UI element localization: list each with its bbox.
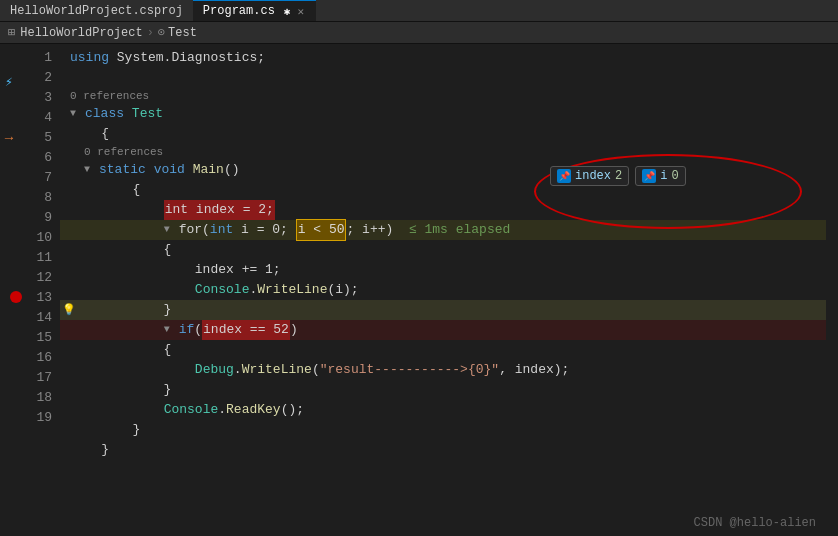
plain-5a — [146, 160, 154, 180]
code-line-4: { — [60, 124, 826, 144]
plain-5b — [185, 160, 193, 180]
breadcrumb-file[interactable]: Test — [168, 26, 197, 40]
method-readkey: ReadKey — [226, 400, 281, 420]
plain-1: System.Diagnostics; — [109, 48, 265, 68]
method-writeline-15: WriteLine — [242, 360, 312, 380]
highlight-if-cond: index == 52 — [202, 320, 290, 340]
plain-10: index += 1; — [70, 260, 281, 280]
args-15: , index); — [499, 360, 569, 380]
plain-5c: () — [224, 160, 240, 180]
method-writeline-11: WriteLine — [257, 280, 327, 300]
line-num-9: 9 — [18, 208, 52, 228]
line-num-13: 13 — [18, 288, 52, 308]
paren-15: ( — [312, 360, 320, 380]
tab-program-cs-label: Program.cs — [203, 4, 275, 18]
dot-17: . — [218, 400, 226, 420]
highlight-index-decl: int index = 2; — [164, 200, 275, 220]
tab-program-cs[interactable]: Program.cs ✱ ✕ — [193, 0, 316, 21]
line-num-3: 3 — [18, 88, 52, 108]
debug-val-i: 0 — [671, 169, 678, 183]
paren-close-13: ) — [290, 320, 298, 340]
debug-box-i[interactable]: 📌 i 0 — [635, 166, 685, 186]
collapse-3[interactable]: ▼ — [70, 104, 84, 124]
ref-count-3: 0 references — [60, 88, 826, 104]
kw-class: class — [85, 104, 124, 124]
tab-program-cs-close[interactable]: ✕ — [295, 4, 306, 19]
scrollbar-track[interactable] — [826, 44, 838, 536]
breadcrumb-icon: ⊞ — [8, 25, 15, 40]
code-line-10: index += 1; — [60, 260, 826, 280]
plain-19: } — [70, 440, 109, 460]
code-line-15: Debug . WriteLine ( "result----------->{… — [60, 360, 826, 380]
collapse-8[interactable]: ▼ — [164, 220, 178, 240]
line-numbers: 1 2 3 4 5 6 7 8 9 10 11 12 13 14 15 16 1… — [18, 44, 60, 536]
paren-13: ( — [194, 320, 202, 340]
line-num-12: 12 — [18, 268, 52, 288]
gutter-icon-2[interactable]: → — [5, 130, 13, 146]
kw-int-for: int — [210, 220, 233, 240]
code-area: using System.Diagnostics; 0 references ▼… — [60, 44, 826, 536]
call-17: (); — [281, 400, 304, 420]
line-num-10: 10 — [18, 228, 52, 248]
line-num-11: 11 — [18, 248, 52, 268]
kw-using: using — [70, 48, 109, 68]
tab-program-cs-modified: ✱ — [284, 5, 291, 18]
gutter-icon-1[interactable]: ⚡ — [5, 74, 13, 90]
plain-4: { — [70, 124, 109, 144]
ref-count-5: 0 references — [60, 144, 826, 160]
code-line-14: { — [60, 340, 826, 360]
plain-18: } — [70, 420, 140, 440]
breadcrumb-bar: ⊞ HelloWorldProject › ⊙ Test — [0, 22, 838, 44]
plain-16: } — [70, 380, 171, 400]
code-line-8: ▼ for( int i = 0; i < 50 ; i++) ≤ 1ms el… — [60, 220, 826, 240]
debug-box-index[interactable]: 📌 index 2 — [550, 166, 629, 186]
line-num-14: 14 — [18, 308, 52, 328]
str-15: "result----------->{0}" — [320, 360, 499, 380]
line-num-18: 18 — [18, 388, 52, 408]
indent-15 — [70, 360, 195, 380]
collapse-13[interactable]: ▼ — [164, 320, 178, 340]
line-num-15: 15 — [18, 328, 52, 348]
type-debug: Debug — [195, 360, 234, 380]
lightbulb-icon[interactable]: 💡 — [62, 300, 76, 320]
line-num-17: 17 — [18, 368, 52, 388]
refcount-3: 0 references — [70, 88, 149, 104]
indent-17 — [70, 400, 164, 420]
kw-if: if — [179, 320, 195, 340]
plain-12: } — [70, 300, 171, 320]
watermark: CSDN @hello-alien — [694, 516, 816, 530]
code-line-5-wrapper: 0 references ▼ static void Main () — [60, 144, 826, 180]
code-line-3: ▼ class Test — [60, 104, 826, 124]
code-line-7: int index = 2; — [60, 200, 826, 220]
highlight-condition: i < 50 — [296, 219, 347, 241]
code-line-16: } — [60, 380, 826, 400]
call-11: (i); — [327, 280, 358, 300]
code-line-5: ▼ static void Main () — [60, 160, 826, 180]
tab-csproj[interactable]: HelloWorldProject.csproj — [0, 0, 193, 21]
type-Console-11: Console — [195, 280, 250, 300]
debug-icon-index: 📌 — [557, 169, 571, 183]
indent-11 — [70, 280, 195, 300]
for-3: ; i++) — [346, 220, 408, 240]
breadcrumb-icon2: ⊙ — [158, 25, 165, 40]
code-line-1: using System.Diagnostics; — [60, 48, 826, 68]
line-num-6: 6 — [18, 148, 52, 168]
code-line-17: Console . ReadKey (); — [60, 400, 826, 420]
line-num-2: 2 — [18, 68, 52, 88]
collapse-5[interactable]: ▼ — [84, 160, 98, 180]
refcount-5: 0 references — [84, 144, 163, 160]
line-num-1: 1 — [18, 48, 52, 68]
type-Console-17: Console — [164, 400, 219, 420]
debug-name-index: index — [575, 169, 611, 183]
dot-15: . — [234, 360, 242, 380]
kw-static: static — [99, 160, 146, 180]
dot-11: . — [249, 280, 257, 300]
code-line-19: } — [60, 440, 826, 460]
for-1: for( — [179, 220, 210, 240]
tab-csproj-label: HelloWorldProject.csproj — [10, 4, 183, 18]
editor-area: ⚡ → 1 2 3 4 5 6 7 8 9 10 11 12 13 14 15 … — [0, 44, 838, 536]
code-line-2 — [60, 68, 826, 88]
breadcrumb-project[interactable]: HelloWorldProject — [20, 26, 142, 40]
method-main: Main — [193, 160, 224, 180]
type-Test: Test — [132, 104, 163, 124]
